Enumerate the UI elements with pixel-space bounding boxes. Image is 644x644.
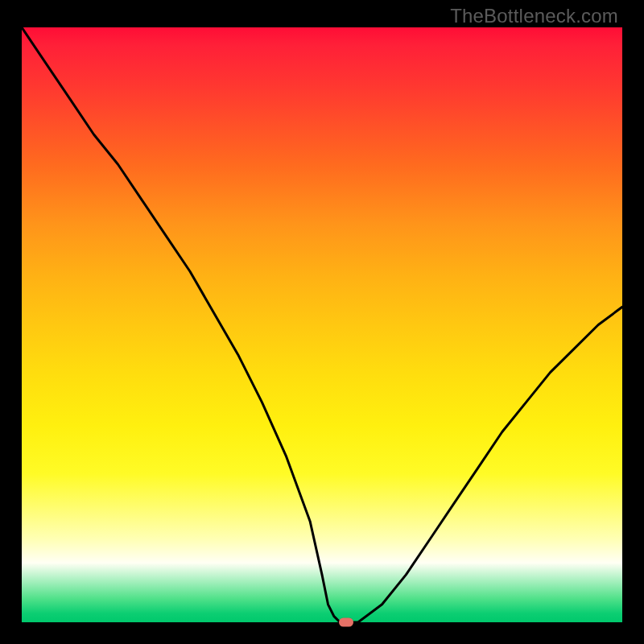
optimal-point-marker	[339, 618, 353, 627]
chart-frame: TheBottleneck.com	[0, 0, 644, 644]
attribution-text: TheBottleneck.com	[450, 5, 618, 27]
plot-area	[22, 27, 622, 622]
bottleneck-curve	[22, 27, 622, 622]
